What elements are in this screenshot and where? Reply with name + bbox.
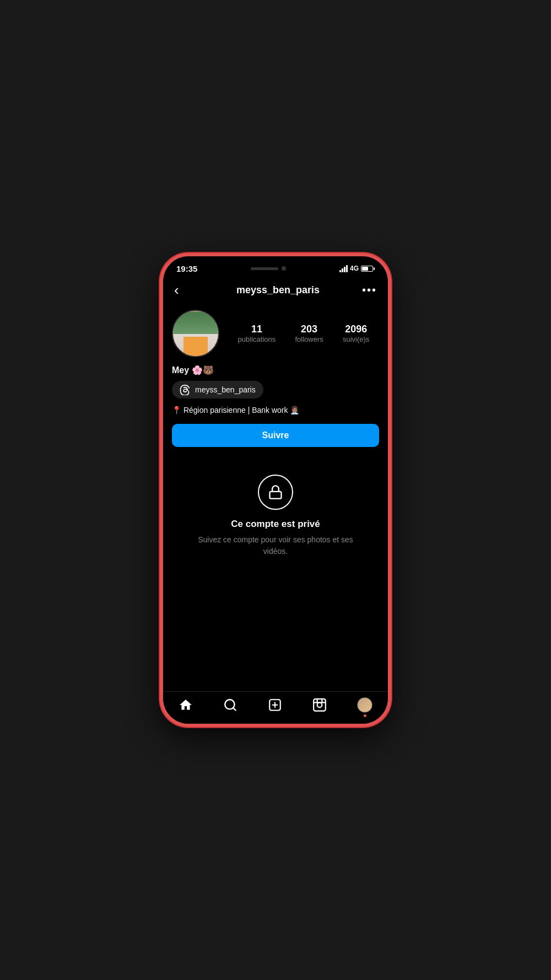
phone-screen: 19:35 4G — [163, 256, 388, 724]
status-time: 19:35 — [176, 264, 197, 273]
signal-icon — [339, 265, 348, 272]
bio: 📍 Région parisienne | Bank work 👩🏽‍💼 — [172, 405, 379, 416]
publications-label: publications — [238, 335, 276, 343]
stats-row: 11 publications 203 followers 2096 suivi… — [228, 324, 379, 344]
phone-frame: 19:35 4G — [160, 253, 391, 727]
add-nav-item[interactable] — [268, 698, 282, 712]
battery-icon — [361, 266, 375, 272]
nav-header: ‹ meyss_ben_paris ••• — [163, 276, 388, 304]
profile-username: meyss_ben_paris — [236, 284, 320, 296]
main-content — [163, 574, 388, 691]
threads-handle: meyss_ben_paris — [195, 385, 256, 394]
following-count: 2096 — [345, 324, 367, 336]
notification-dot — [364, 714, 366, 717]
publications-stat: 11 publications — [238, 324, 276, 344]
back-button[interactable]: ‹ — [174, 282, 194, 299]
search-icon — [223, 698, 237, 712]
add-icon — [268, 698, 282, 712]
following-stat[interactable]: 2096 suivi(e)s — [343, 324, 369, 344]
status-icons: 4G — [339, 265, 375, 272]
search-nav-item[interactable] — [223, 698, 237, 712]
svg-point-7 — [317, 703, 322, 708]
notch-dot — [282, 266, 286, 271]
reels-icon — [312, 698, 327, 712]
home-icon — [179, 698, 193, 712]
svg-line-2 — [233, 708, 236, 710]
reels-nav-item[interactable] — [312, 698, 327, 712]
notch — [246, 263, 290, 274]
threads-icon — [180, 384, 191, 395]
profile-nav-item[interactable] — [357, 697, 372, 713]
private-desc: Suivez ce compte pour voir ses photos et… — [185, 534, 366, 557]
lock-circle — [258, 475, 293, 510]
bottom-nav — [163, 691, 388, 724]
home-nav-item[interactable] — [179, 698, 193, 712]
followers-count: 203 — [301, 324, 317, 336]
notch-pill — [251, 267, 278, 270]
lock-icon — [268, 484, 283, 500]
status-bar: 19:35 4G — [163, 256, 388, 276]
network-label: 4G — [350, 265, 359, 272]
avatar — [172, 310, 219, 357]
more-button[interactable]: ••• — [362, 284, 377, 297]
following-label: suivi(e)s — [343, 335, 369, 343]
profile-avatar-small — [357, 697, 372, 713]
follow-button[interactable]: Suivre — [172, 424, 379, 447]
display-name: Mey 🌸🐻 — [172, 365, 379, 375]
private-notice: Ce compte est privé Suivez ce compte pou… — [163, 458, 388, 574]
profile-section: 11 publications 203 followers 2096 suivi… — [163, 304, 388, 458]
publications-count: 11 — [251, 324, 262, 336]
threads-badge[interactable]: meyss_ben_paris — [172, 381, 263, 399]
followers-label: followers — [295, 335, 323, 343]
followers-stat[interactable]: 203 followers — [295, 324, 323, 344]
svg-rect-0 — [270, 491, 282, 498]
profile-top: 11 publications 203 followers 2096 suivi… — [172, 310, 379, 357]
svg-rect-6 — [314, 699, 326, 711]
private-title: Ce compte est privé — [231, 519, 320, 530]
